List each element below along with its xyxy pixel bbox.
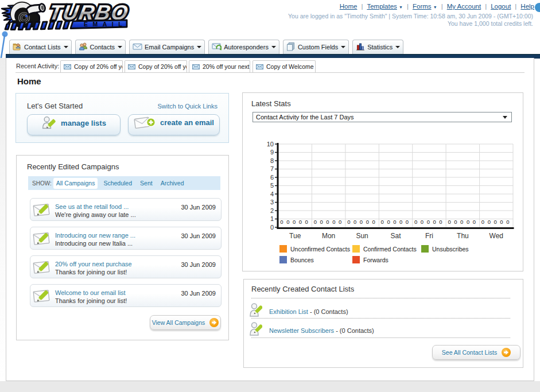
svg-text:EMAIL: EMAIL xyxy=(84,21,127,28)
svg-text:0: 0 xyxy=(433,219,436,225)
svg-text:0: 0 xyxy=(460,219,463,225)
svg-text:0: 0 xyxy=(314,219,317,225)
svg-text:6: 6 xyxy=(270,174,274,181)
svg-text:0: 0 xyxy=(299,219,302,225)
svg-text:Sun: Sun xyxy=(356,232,368,240)
svg-text:0: 0 xyxy=(293,219,296,225)
svg-text:Thu: Thu xyxy=(457,232,469,240)
svg-text:9: 9 xyxy=(270,149,274,156)
svg-text:7: 7 xyxy=(270,165,274,172)
svg-text:4: 4 xyxy=(270,191,274,197)
svg-text:1: 1 xyxy=(270,215,274,222)
svg-text:Sat: Sat xyxy=(390,232,401,240)
svg-text:0: 0 xyxy=(347,219,350,225)
svg-text:0: 0 xyxy=(381,219,384,225)
svg-text:0: 0 xyxy=(326,219,329,225)
svg-text:0: 0 xyxy=(427,219,430,225)
svg-text:0: 0 xyxy=(494,219,497,225)
svg-text:0: 0 xyxy=(481,219,484,225)
svg-text:10: 10 xyxy=(267,141,274,148)
svg-text:0: 0 xyxy=(500,219,503,225)
svg-text:0: 0 xyxy=(280,219,283,225)
svg-text:0: 0 xyxy=(372,219,375,225)
svg-text:0: 0 xyxy=(286,219,289,225)
svg-text:0: 0 xyxy=(473,219,476,225)
svg-text:0: 0 xyxy=(399,219,402,225)
svg-text:0: 0 xyxy=(488,219,491,225)
svg-text:0: 0 xyxy=(339,219,341,225)
svg-text:0: 0 xyxy=(360,219,363,225)
svg-text:Fri: Fri xyxy=(425,232,433,240)
svg-text:0: 0 xyxy=(506,219,509,225)
svg-text:0: 0 xyxy=(439,219,442,225)
svg-text:2: 2 xyxy=(270,207,274,214)
svg-text:Tue: Tue xyxy=(289,232,301,240)
svg-text:0: 0 xyxy=(454,219,457,225)
svg-text:0: 0 xyxy=(353,219,356,225)
svg-text:0: 0 xyxy=(393,219,396,225)
svg-text:0: 0 xyxy=(305,219,308,225)
svg-text:0: 0 xyxy=(270,224,274,231)
svg-text:0: 0 xyxy=(414,219,417,225)
svg-text:0: 0 xyxy=(448,219,450,225)
svg-text:0: 0 xyxy=(467,219,469,225)
svg-text:0: 0 xyxy=(421,219,424,225)
svg-text:Mon: Mon xyxy=(322,232,335,240)
svg-text:8: 8 xyxy=(270,157,274,164)
svg-text:Wed: Wed xyxy=(490,232,503,240)
svg-text:0: 0 xyxy=(387,219,390,225)
svg-text:0: 0 xyxy=(366,219,369,225)
svg-text:0: 0 xyxy=(332,219,335,225)
svg-text:3: 3 xyxy=(270,199,274,205)
svg-text:5: 5 xyxy=(270,182,274,189)
svg-text:0: 0 xyxy=(320,219,323,225)
svg-text:0: 0 xyxy=(406,219,409,225)
